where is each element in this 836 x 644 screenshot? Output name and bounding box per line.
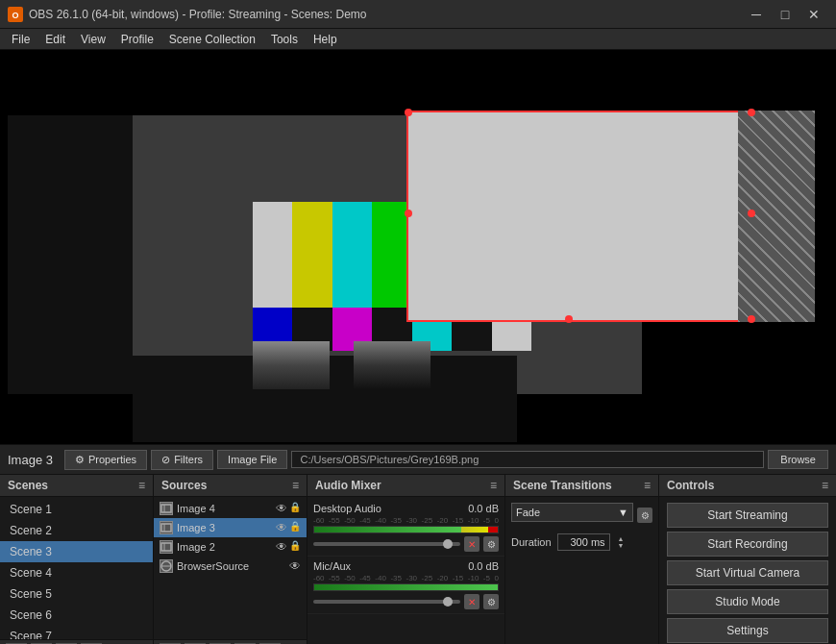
app-icon: O <box>8 7 23 22</box>
menu-scene-collection[interactable]: Scene Collection <box>161 31 263 48</box>
mic-aux-fader[interactable] <box>313 600 460 604</box>
sources-list: Image 4 👁 🔒 Image 3 👁 🔒 <box>154 497 307 639</box>
scene-item-active[interactable]: Scene 3 <box>0 541 153 562</box>
source-lock-icon[interactable]: 🔒 <box>289 521 301 534</box>
source-visibility-icon[interactable]: 👁 <box>276 540 287 554</box>
active-source-name: Image 3 <box>8 453 53 467</box>
titlebar: O OBS 26.1.0 (64-bit, windows) - Profile… <box>0 0 836 29</box>
mic-aux-meter <box>313 583 499 591</box>
settings-button[interactable]: Settings <box>667 618 828 643</box>
image-file-button[interactable]: Image File <box>217 450 287 469</box>
desktop-audio-settings[interactable]: ⚙ <box>483 536 499 552</box>
controls-buttons: Start Streaming Start Recording Start Vi… <box>659 497 836 644</box>
sources-settings-icon[interactable]: ≡ <box>292 479 299 492</box>
maximize-button[interactable]: □ <box>771 5 799 24</box>
mic-aux-settings[interactable]: ⚙ <box>483 594 499 609</box>
studio-mode-button[interactable]: Studio Mode <box>667 589 828 614</box>
transition-type-select[interactable]: Fade ▼ <box>511 503 633 522</box>
controls-panel-header: Controls ≡ <box>659 475 836 497</box>
source-visibility-icon[interactable]: 👁 <box>276 521 287 534</box>
scenes-panel-header: Scenes ≡ <box>0 475 153 497</box>
source-controls: 👁 <box>289 559 301 573</box>
source-controls: 👁 🔒 <box>276 521 301 534</box>
minimize-button[interactable]: ─ <box>742 5 771 24</box>
mic-aux-channel: Mic/Aux 0.0 dB -60-55-50-45-40-35-30-25-… <box>307 557 504 614</box>
desktop-audio-fader-row: ✕ ⚙ <box>313 536 499 552</box>
source-lock-icon[interactable]: 🔒 <box>289 502 301 515</box>
menu-help[interactable]: Help <box>306 31 345 48</box>
menu-tools[interactable]: Tools <box>263 31 306 48</box>
duration-spinner[interactable]: ▲ ▼ <box>618 535 625 549</box>
source-selector[interactable] <box>406 111 752 322</box>
audio-channels: Desktop Audio 0.0 dB -60-55-50-45-40-35-… <box>307 497 504 644</box>
transition-settings-btn[interactable]: ⚙ <box>637 508 652 523</box>
source-visibility-icon[interactable]: 👁 <box>276 502 287 515</box>
source-row[interactable]: Image 4 👁 🔒 <box>154 499 307 518</box>
scene-item[interactable]: Scene 7 <box>0 626 153 639</box>
close-button[interactable]: ✕ <box>799 5 828 24</box>
svg-text:O: O <box>12 11 18 20</box>
mic-aux-mute[interactable]: ✕ <box>464 594 479 609</box>
source-visibility-icon[interactable]: 👁 <box>289 559 301 573</box>
scene-item[interactable]: Scene 5 <box>0 583 153 605</box>
menu-edit[interactable]: Edit <box>37 31 73 48</box>
source-name-label: Image 2 <box>177 541 215 553</box>
source-row-active[interactable]: Image 3 👁 🔒 <box>154 518 307 537</box>
source-type-icon <box>160 540 173 554</box>
source-browser-icon <box>160 559 173 573</box>
browse-button[interactable]: Browse <box>768 450 828 469</box>
scenes-list: Scene 1 Scene 2 Scene 3 Scene 4 Scene 5 … <box>0 497 153 639</box>
source-row[interactable]: BrowserSource 👁 <box>154 557 307 576</box>
chevron-down-icon: ▼ <box>618 507 628 518</box>
preview-area <box>0 50 836 444</box>
properties-button[interactable]: ⚙ Properties <box>64 450 147 470</box>
menu-view[interactable]: View <box>73 31 113 48</box>
transitions-settings-icon[interactable]: ≡ <box>644 479 651 492</box>
start-recording-button[interactable]: Start Recording <box>667 532 828 557</box>
mic-aux-name: Mic/Aux <box>313 560 351 572</box>
handle-top-right[interactable] <box>748 109 755 116</box>
sources-panel-header: Sources ≡ <box>154 475 307 497</box>
desktop-audio-mute[interactable]: ✕ <box>464 536 479 552</box>
filter-icon: ⊘ <box>161 454 170 466</box>
scene-item[interactable]: Scene 1 <box>0 499 153 520</box>
dark-overlay-left <box>8 115 133 394</box>
audio-settings-icon[interactable]: ≡ <box>490 479 497 492</box>
mic-aux-db: 0.0 dB <box>468 560 499 572</box>
menu-file[interactable]: File <box>4 31 37 48</box>
titlebar-left: O OBS 26.1.0 (64-bit, windows) - Profile… <box>8 7 366 22</box>
scene-item[interactable]: Scene 6 <box>0 605 153 626</box>
preview-canvas <box>8 58 828 436</box>
duration-row: Duration ▲ ▼ <box>511 533 652 551</box>
handle-mid-right[interactable] <box>748 210 755 217</box>
scene-item[interactable]: Scene 2 <box>0 520 153 541</box>
handle-mid-left[interactable] <box>405 210 412 217</box>
desktop-audio-fader[interactable] <box>313 542 460 546</box>
svg-rect-2 <box>161 505 171 512</box>
menubar: File Edit View Profile Scene Collection … <box>0 29 836 50</box>
start-virtual-camera-button[interactable]: Start Virtual Camera <box>667 560 828 585</box>
menu-profile[interactable]: Profile <box>113 31 161 48</box>
controls-settings-icon[interactable]: ≡ <box>822 479 828 492</box>
source-row[interactable]: Image 2 👁 🔒 <box>154 537 307 557</box>
handle-bottom-right[interactable] <box>748 315 755 323</box>
window-title: OBS 26.1.0 (64-bit, windows) - Profile: … <box>29 8 366 21</box>
desktop-audio-meter <box>313 526 499 533</box>
panels: Scenes ≡ Scene 1 Scene 2 Scene 3 Scene 4… <box>0 475 836 644</box>
duration-label: Duration <box>511 536 552 548</box>
scene-item[interactable]: Scene 4 <box>0 562 153 583</box>
scene-transitions-panel: Scene Transitions ≡ Fade ▼ ⚙ Duration ▲ … <box>505 475 659 644</box>
filters-button[interactable]: ⊘ Filters <box>151 450 213 470</box>
handle-bottom-mid[interactable] <box>565 315 573 323</box>
scenes-panel: Scenes ≡ Scene 1 Scene 2 Scene 3 Scene 4… <box>0 475 154 644</box>
source-type-icon <box>160 521 173 534</box>
start-streaming-button[interactable]: Start Streaming <box>667 503 828 528</box>
controls-panel: Controls ≡ Start Streaming Start Recordi… <box>659 475 836 644</box>
source-lock-icon[interactable]: 🔒 <box>289 540 301 554</box>
handle-top-left[interactable] <box>405 109 412 116</box>
scenes-settings-icon[interactable]: ≡ <box>138 479 145 492</box>
window-controls: ─ □ ✕ <box>742 5 828 24</box>
duration-input[interactable] <box>557 533 610 551</box>
scenes-panel-footer: + − ∧ ∨ <box>0 639 153 644</box>
bottom-pattern-right <box>354 341 430 389</box>
